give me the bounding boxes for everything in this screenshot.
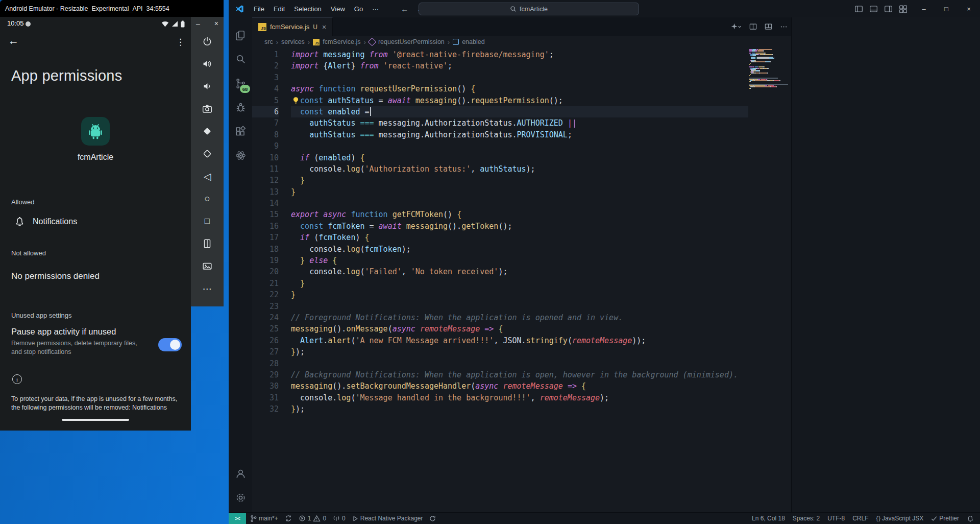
back-icon[interactable]: ◁	[191, 165, 224, 187]
rotate-left-icon[interactable]	[191, 120, 224, 142]
line-number[interactable]: 14	[252, 198, 279, 209]
code-line[interactable]: messaging().setBackgroundMessageHandler(…	[291, 380, 748, 392]
code-line[interactable]: export async function getFCMToken() {	[291, 209, 748, 220]
breadcrumb-src[interactable]: src	[264, 38, 273, 45]
line-number[interactable]: 20	[252, 266, 279, 277]
code-line[interactable]: console.log('Authorization status:', aut…	[291, 163, 748, 175]
problems-status[interactable]: 1 0	[299, 515, 326, 522]
code-line[interactable]: const authStatus = await messaging().req…	[291, 95, 748, 106]
code-line[interactable]: async function requestUserPermission() {	[291, 83, 748, 94]
line-number[interactable]: 1	[252, 49, 279, 60]
line-number[interactable]: 29	[252, 369, 279, 380]
screenshot-icon[interactable]	[191, 255, 224, 277]
eol-status[interactable]: CRLF	[852, 515, 868, 522]
line-number[interactable]: 19	[252, 255, 279, 266]
line-number[interactable]: 26	[252, 335, 279, 346]
line-number[interactable]: 24	[252, 312, 279, 323]
line-number[interactable]: 27	[252, 346, 279, 358]
language-mode-status[interactable]: { } JavaScript JSX	[876, 515, 924, 522]
explorer-icon[interactable]	[231, 23, 250, 47]
fold-device-icon[interactable]	[191, 232, 224, 255]
more-icon[interactable]: ⋯	[191, 277, 224, 300]
settings-gear-icon[interactable]	[231, 486, 250, 510]
quickfix-lightbulb-icon[interactable]	[292, 97, 300, 105]
breadcrumb-file[interactable]: fcmService.js	[323, 38, 360, 45]
code-line[interactable]: // Background Notifications: When the ap…	[291, 369, 748, 380]
window-close-button[interactable]: ×	[958, 0, 980, 17]
code-lines[interactable]: import messaging from '@react-native-fir…	[291, 49, 748, 415]
power-icon[interactable]	[191, 30, 224, 53]
menu-item[interactable]: Edit	[269, 3, 289, 15]
line-number[interactable]: 17	[252, 232, 279, 243]
code-line[interactable]: const enabled =	[291, 106, 748, 117]
encoding-status[interactable]: UTF-8	[827, 515, 845, 522]
line-number[interactable]: 21	[252, 278, 279, 289]
line-number[interactable]: 28	[252, 358, 279, 369]
code-line[interactable]: if (fcmToken) {	[291, 232, 748, 243]
volume-down-icon[interactable]	[191, 75, 224, 98]
toggle-secondary-sidebar-icon[interactable]	[884, 5, 893, 13]
editor-layout-icon[interactable]	[764, 22, 773, 31]
window-minimize-button[interactable]: –	[913, 0, 935, 17]
command-center-search[interactable]: fcmArticle	[419, 3, 639, 15]
git-branch-status[interactable]: main*+	[250, 515, 278, 522]
line-number[interactable]: 11	[252, 163, 279, 175]
notifications-bell-icon[interactable]	[967, 515, 974, 522]
search-view-icon[interactable]	[231, 47, 250, 72]
sync-changes-button[interactable]	[285, 515, 292, 522]
code-line[interactable]: authStatus === messaging.AuthorizationSt…	[291, 129, 748, 140]
code-line[interactable]: import messaging from '@react-native-fir…	[291, 49, 748, 60]
pause-activity-toggle[interactable]	[158, 338, 182, 351]
formatter-status[interactable]: Prettier	[931, 515, 959, 522]
code-line[interactable]	[291, 198, 748, 209]
debug-icon[interactable]	[231, 96, 250, 120]
breadcrumb-services[interactable]: services	[281, 38, 305, 45]
menu-item[interactable]: File	[249, 3, 269, 15]
line-number[interactable]: 15	[252, 209, 279, 220]
line-number[interactable]: 25	[252, 323, 279, 335]
code-line[interactable]: // Foreground Notifications: When the ap…	[291, 312, 748, 323]
toggle-sidebar-icon[interactable]	[854, 5, 863, 13]
overflow-menu-icon[interactable]: ⋮	[176, 37, 185, 47]
code-line[interactable]	[291, 72, 748, 83]
react-native-icon[interactable]	[231, 144, 250, 168]
line-number[interactable]: 12	[252, 175, 279, 186]
toggle-panel-icon[interactable]	[869, 5, 878, 13]
menu-item[interactable]: Go	[350, 3, 368, 15]
line-number[interactable]: 5	[252, 95, 279, 106]
indentation-status[interactable]: Spaces: 2	[793, 515, 820, 522]
tab-close-icon[interactable]: ×	[322, 23, 326, 31]
emulator-close-button[interactable]: ×	[214, 19, 218, 30]
line-number[interactable]: 10	[252, 152, 279, 163]
code-line[interactable]: }	[291, 278, 748, 289]
back-button[interactable]: ←	[8, 35, 19, 46]
emulator-minimize-button[interactable]: –	[196, 19, 200, 30]
code-line[interactable]	[291, 140, 748, 152]
copilot-sparkle-icon[interactable]	[730, 22, 742, 31]
line-number[interactable]: 6	[252, 106, 279, 117]
line-number[interactable]: 30	[252, 380, 279, 392]
line-number[interactable]: 13	[252, 186, 279, 198]
volume-up-icon[interactable]	[191, 53, 224, 75]
code-line[interactable]: Alert.alert('A new FCM Message arrived!!…	[291, 335, 748, 346]
code-line[interactable]: const fcmToken = await messaging().getTo…	[291, 221, 748, 232]
line-number[interactable]: 32	[252, 403, 279, 415]
code-line[interactable]: messaging().onMessage(async remoteMessag…	[291, 323, 748, 335]
cursor-position-status[interactable]: Ln 6, Col 18	[752, 515, 785, 522]
line-number[interactable]: 2	[252, 60, 279, 72]
home-indicator[interactable]	[62, 419, 129, 421]
line-number[interactable]: 3	[252, 72, 279, 83]
code-line[interactable]: } else {	[291, 255, 748, 266]
menu-item[interactable]: Selection	[289, 3, 326, 15]
line-number[interactable]: 9	[252, 140, 279, 152]
line-number[interactable]: 16	[252, 221, 279, 232]
code-line[interactable]: console.log('Message handled in the back…	[291, 392, 748, 403]
code-editor[interactable]: 1234567891011121314151617181920212223242…	[252, 48, 791, 513]
rotate-right-icon[interactable]	[191, 142, 224, 165]
emulator-screen[interactable]: 10:05 ← ⋮ App permissions	[0, 17, 191, 431]
code-line[interactable]: authStatus === messaging.AuthorizationSt…	[291, 117, 748, 129]
code-line[interactable]: }	[291, 186, 748, 198]
packager-task-status[interactable]: React Native Packager	[352, 515, 423, 522]
split-editor-icon[interactable]	[749, 22, 757, 31]
customize-layout-icon[interactable]	[899, 5, 908, 13]
